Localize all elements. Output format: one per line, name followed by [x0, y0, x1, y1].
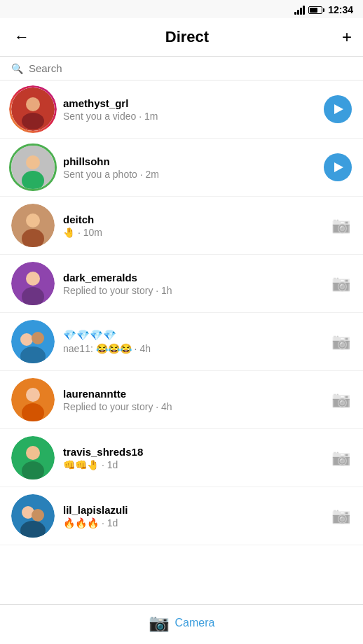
svg-point-17 — [26, 388, 40, 402]
svg-point-20 — [26, 446, 40, 460]
avatar — [11, 378, 55, 421]
message-preview: Replied to your story · 4h — [63, 401, 322, 412]
message-username: phillsohn — [63, 155, 317, 167]
play-button[interactable] — [324, 153, 352, 181]
avatar — [11, 436, 55, 479]
message-content: phillsohnSent you a photo · 2m — [63, 155, 317, 180]
list-item[interactable]: 💎💎💎💎nae11: 😂😂😂 · 4h📷 — [0, 313, 363, 371]
camera-label: Camera — [175, 617, 215, 629]
message-username: amethyst_grl — [63, 97, 317, 109]
message-username: deitch — [63, 214, 322, 225]
avatar — [11, 262, 55, 305]
svg-point-13 — [20, 333, 33, 346]
camera-button[interactable]: 📷 — [329, 214, 352, 237]
message-username: dark_emeralds — [63, 272, 322, 284]
message-content: deitch🤚 · 10m — [63, 214, 322, 238]
bottom-bar[interactable]: 📷 Camera — [0, 604, 363, 644]
signal-icon — [294, 5, 305, 15]
camera-icon: 📷 — [331, 274, 350, 293]
message-preview: 🤚 · 10m — [63, 227, 322, 238]
list-item[interactable]: amethyst_grlSent you a video · 1m — [0, 80, 363, 139]
message-username: laurenanntte — [63, 388, 322, 400]
back-button[interactable]: ← — [11, 25, 32, 49]
svg-point-10 — [26, 272, 40, 286]
list-item[interactable]: lil_lapislazuli🔥🔥🔥 · 1d📷 — [0, 487, 363, 545]
message-preview: 🔥🔥🔥 · 1d — [63, 517, 322, 528]
battery-icon — [308, 6, 324, 14]
list-item[interactable]: phillsohnSent you a photo · 2m — [0, 139, 363, 197]
list-item[interactable]: deitch🤚 · 10m📷 — [0, 197, 363, 255]
status-bar: 12:34 — [0, 0, 363, 18]
camera-button[interactable]: 📷 — [329, 388, 352, 411]
message-preview: nae11: 😂😂😂 · 4h — [63, 343, 322, 354]
message-username: 💎💎💎💎 — [63, 329, 322, 342]
avatar — [11, 88, 55, 131]
svg-point-14 — [32, 332, 44, 344]
camera-icon: 📷 — [331, 507, 350, 525]
message-content: laurenanntteReplied to your story · 4h — [63, 388, 322, 412]
avatar — [11, 494, 55, 538]
message-content: amethyst_grlSent you a video · 1m — [63, 97, 317, 122]
status-time: 12:34 — [328, 4, 353, 15]
search-input[interactable] — [29, 62, 352, 74]
svg-point-7 — [26, 214, 40, 227]
message-content: travis_shreds18👊👊🤚 · 1d — [63, 446, 322, 470]
camera-icon: 📷 — [331, 449, 350, 467]
camera-icon: 📷 — [331, 216, 350, 234]
avatar — [11, 320, 55, 363]
message-preview: Sent you a photo · 2m — [63, 169, 317, 180]
message-username: travis_shreds18 — [63, 446, 322, 458]
svg-point-24 — [32, 509, 44, 522]
message-list: amethyst_grlSent you a video · 1m phills… — [0, 80, 363, 545]
status-icons: 12:34 — [294, 4, 353, 15]
camera-button[interactable]: 📷 — [329, 447, 352, 469]
search-icon: 🔍 — [11, 63, 23, 74]
header: ← Direct + — [0, 18, 363, 57]
message-username: lil_lapislazuli — [63, 504, 322, 516]
camera-button[interactable]: 📷 — [329, 272, 352, 295]
list-item[interactable]: travis_shreds18👊👊🤚 · 1d📷 — [0, 429, 363, 487]
page-title: Direct — [165, 28, 209, 46]
message-preview: Sent you a video · 1m — [63, 111, 317, 122]
list-item[interactable]: dark_emeraldsReplied to your story · 1h📷 — [0, 255, 363, 313]
camera-icon: 📷 — [331, 332, 350, 351]
avatar — [11, 204, 55, 247]
camera-icon: 📷 — [149, 613, 170, 633]
search-bar: 🔍 — [0, 57, 363, 80]
camera-icon: 📷 — [331, 391, 350, 409]
message-content: dark_emeraldsReplied to your story · 1h — [63, 272, 322, 296]
list-item[interactable]: laurenanntteReplied to your story · 4h📷 — [0, 371, 363, 429]
play-button[interactable] — [324, 95, 352, 123]
camera-button[interactable]: 📷 — [329, 330, 352, 353]
message-content: 💎💎💎💎nae11: 😂😂😂 · 4h — [63, 329, 322, 354]
avatar — [11, 146, 55, 189]
message-preview: 👊👊🤚 · 1d — [63, 459, 322, 470]
message-content: lil_lapislazuli🔥🔥🔥 · 1d — [63, 504, 322, 528]
message-preview: Replied to your story · 1h — [63, 285, 322, 296]
camera-button[interactable]: 📷 — [329, 505, 352, 527]
add-button[interactable]: + — [342, 27, 352, 47]
